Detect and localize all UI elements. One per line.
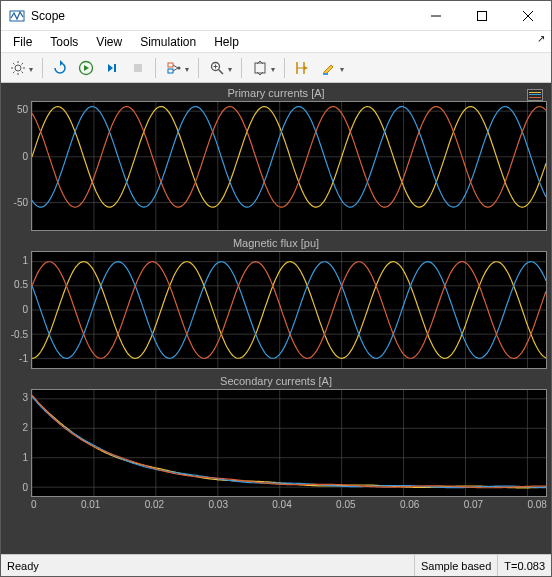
scope-window: Scope FileToolsViewSimulationHelp↗ Prima…	[0, 0, 552, 577]
plot-area[interactable]	[31, 251, 547, 369]
toolbar-separator	[284, 58, 285, 78]
toolbar-separator	[241, 58, 242, 78]
status-ready: Ready	[1, 555, 415, 576]
y-axis: 3210	[5, 389, 31, 497]
svg-line-12	[13, 71, 15, 73]
zoom-icon[interactable]	[204, 56, 236, 80]
stop-icon	[126, 56, 150, 80]
y-tick: -50	[14, 198, 28, 208]
minimize-button[interactable]	[413, 1, 459, 31]
toolbar	[1, 53, 551, 83]
titlebar: Scope	[1, 1, 551, 31]
autoscale-icon[interactable]	[247, 56, 279, 80]
svg-line-26	[219, 69, 224, 74]
svg-rect-29	[255, 63, 265, 73]
svg-rect-18	[114, 64, 116, 72]
menu-file[interactable]: File	[5, 33, 40, 51]
x-tick: 0.05	[336, 499, 355, 510]
restart-icon[interactable]	[48, 56, 72, 80]
y-axis: 10.50-0.5-1	[5, 251, 31, 369]
status-time: T=0.083	[498, 555, 551, 576]
menu-simulation[interactable]: Simulation	[132, 33, 204, 51]
svg-point-24	[178, 66, 181, 69]
x-tick: 0.01	[81, 499, 100, 510]
chart-title: Secondary currents [A]	[5, 375, 547, 387]
menubar: FileToolsViewSimulationHelp↗	[1, 31, 551, 53]
y-tick: 50	[17, 105, 28, 115]
svg-rect-21	[168, 69, 173, 73]
menu-tools[interactable]: Tools	[42, 33, 86, 51]
menu-help[interactable]: Help	[206, 33, 247, 51]
svg-line-13	[22, 63, 24, 65]
y-tick: 1	[22, 453, 28, 463]
signal-selector-icon[interactable]	[161, 56, 193, 80]
toolbar-separator	[42, 58, 43, 78]
svg-rect-2	[478, 11, 487, 20]
x-tick: 0.03	[208, 499, 227, 510]
cursor-measure-icon[interactable]	[290, 56, 314, 80]
svg-marker-34	[324, 65, 333, 74]
run-icon[interactable]	[74, 56, 98, 80]
y-tick: 0.5	[14, 280, 28, 290]
svg-marker-33	[304, 66, 308, 70]
y-tick: 1	[22, 256, 28, 266]
statusbar: Ready Sample based T=0.083	[1, 554, 551, 576]
plot-area[interactable]	[31, 389, 547, 497]
y-tick: 3	[22, 393, 28, 403]
svg-point-5	[15, 65, 21, 71]
x-tick: 0.02	[145, 499, 164, 510]
app-icon	[9, 8, 25, 24]
maximize-button[interactable]	[459, 1, 505, 31]
window-title: Scope	[31, 9, 65, 23]
y-tick: 0	[22, 483, 28, 493]
svg-rect-20	[168, 63, 173, 67]
y-tick: -1	[19, 354, 28, 364]
svg-line-23	[173, 68, 178, 71]
status-mode: Sample based	[415, 555, 498, 576]
plot-area[interactable]	[31, 101, 547, 231]
toolbar-separator	[198, 58, 199, 78]
x-tick: 0.07	[464, 499, 483, 510]
x-tick: 0.06	[400, 499, 419, 510]
chart-title: Primary currents [A]	[5, 87, 547, 99]
step-forward-icon[interactable]	[100, 56, 124, 80]
svg-line-10	[13, 63, 15, 65]
menu-view[interactable]: View	[88, 33, 130, 51]
x-tick: 0	[31, 499, 37, 510]
svg-marker-14	[60, 60, 63, 66]
y-tick: -0.5	[11, 330, 28, 340]
close-button[interactable]	[505, 1, 551, 31]
settings-gear-icon[interactable]	[5, 56, 37, 80]
chart-1: Magnetic flux [pu]10.50-0.5-1	[5, 237, 547, 369]
toolbar-separator	[155, 58, 156, 78]
y-axis: 500-50	[5, 101, 31, 231]
svg-marker-17	[108, 64, 113, 72]
plot-container: Primary currents [A]500-50Magnetic flux …	[1, 83, 551, 554]
svg-rect-19	[134, 64, 142, 72]
svg-marker-16	[84, 65, 89, 71]
y-tick: 2	[22, 423, 28, 433]
y-tick: 0	[22, 152, 28, 162]
x-tick: 0.08	[527, 499, 546, 510]
y-tick: 0	[22, 305, 28, 315]
x-tick: 0.04	[272, 499, 291, 510]
mdi-restore-icon[interactable]: ↗	[537, 33, 545, 44]
highlight-icon[interactable]	[316, 56, 348, 80]
chart-2: Secondary currents [A]321000.010.020.030…	[5, 375, 547, 510]
svg-line-22	[173, 65, 178, 68]
chart-title: Magnetic flux [pu]	[5, 237, 547, 249]
x-axis: 00.010.020.030.040.050.060.070.08	[31, 499, 547, 510]
svg-line-11	[22, 71, 24, 73]
chart-0: Primary currents [A]500-50	[5, 87, 547, 231]
